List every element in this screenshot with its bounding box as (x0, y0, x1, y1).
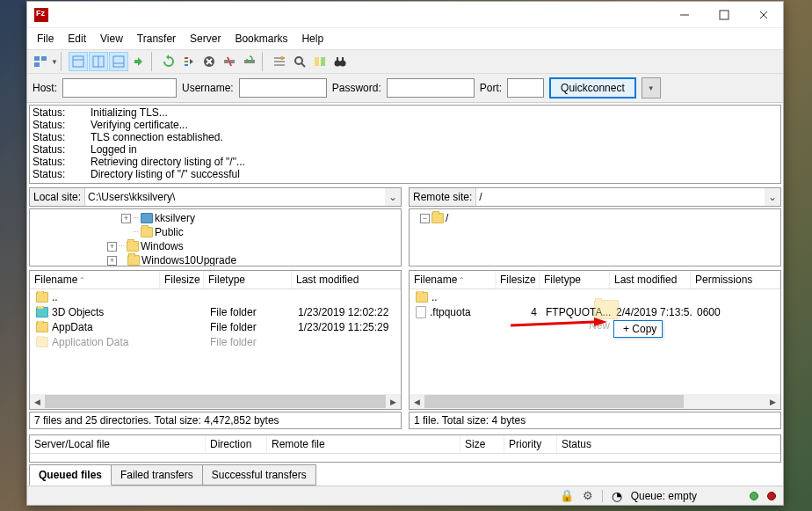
cancel-icon[interactable] (199, 52, 219, 71)
tree-node[interactable]: +⋯kksilvery (30, 211, 401, 225)
queue-tabs: Queued files Failed transfers Successful… (29, 464, 781, 485)
password-input[interactable] (387, 78, 475, 98)
filter-icon[interactable] (270, 52, 289, 71)
binoculars-icon[interactable] (330, 52, 350, 71)
col-filesize[interactable]: Filesize (160, 271, 204, 288)
gear-icon[interactable]: ⚙ (583, 489, 593, 502)
horizontal-scrollbar[interactable]: ◀ ▶ (30, 394, 401, 409)
menu-edit[interactable]: Edit (62, 30, 92, 47)
svg-rect-4 (34, 56, 40, 61)
list-item[interactable]: AppDataFile folder1/23/2019 11:25:29 (30, 319, 401, 334)
remote-tree[interactable]: −/ (409, 208, 781, 266)
toolbar: ▼ (27, 49, 783, 74)
scroll-left-icon[interactable]: ◀ (410, 394, 424, 409)
toggle-queue-icon[interactable] (109, 52, 128, 71)
collapse-icon[interactable]: − (420, 214, 430, 223)
tree-node[interactable]: −/ (410, 211, 780, 225)
app-window: File Edit View Transfer Server Bookmarks… (26, 1, 784, 506)
reconnect-icon[interactable] (240, 52, 259, 71)
col-filesize[interactable]: Filesize (496, 271, 540, 288)
tab-failed[interactable]: Failed transfers (111, 464, 203, 485)
col-direction[interactable]: Direction (206, 435, 267, 453)
host-input[interactable] (62, 78, 177, 98)
list-item[interactable]: Application DataFile folder (30, 334, 401, 349)
list-item-updir[interactable]: .. (30, 289, 401, 304)
sync-browse-icon[interactable] (129, 52, 149, 71)
svg-rect-6 (41, 56, 47, 61)
svg-rect-30 (321, 57, 325, 66)
tree-node[interactable]: ⋯Public (30, 225, 401, 239)
col-filename[interactable]: Filename⌃ (410, 271, 496, 288)
password-label: Password: (332, 82, 381, 94)
menu-server[interactable]: Server (184, 30, 227, 47)
refresh-icon[interactable] (159, 52, 178, 71)
tab-queued[interactable]: Queued files (29, 464, 112, 485)
svg-rect-5 (34, 62, 40, 67)
expand-icon[interactable]: + (107, 256, 117, 266)
col-server[interactable]: Server/Local file (30, 435, 206, 453)
username-input[interactable] (239, 78, 327, 98)
col-modified[interactable]: Last modified (292, 271, 401, 288)
col-filetype[interactable]: Filetype (540, 271, 610, 288)
svg-point-26 (280, 56, 284, 60)
expand-icon[interactable]: + (121, 214, 131, 223)
quickconnect-button[interactable]: Quickconnect (549, 77, 636, 99)
list-item-updir[interactable]: .. (410, 289, 780, 304)
user-folder-icon (141, 213, 153, 223)
svg-rect-11 (113, 56, 124, 67)
col-filename[interactable]: Filename⌃ (30, 271, 160, 288)
site-manager-icon[interactable] (31, 52, 50, 71)
process-queue-icon[interactable] (179, 52, 199, 71)
col-remote[interactable]: Remote file (267, 435, 460, 453)
menu-bookmarks[interactable]: Bookmarks (228, 30, 294, 47)
lock-icon[interactable]: 🔒 (560, 489, 574, 502)
menu-view[interactable]: View (94, 30, 129, 47)
remote-file-list[interactable]: Filename⌃ Filesize Filetype Last modifie… (409, 270, 781, 410)
horizontal-scrollbar[interactable]: ◀ ▶ (410, 394, 780, 409)
local-path-dropdown-icon[interactable]: ⌄ (385, 191, 401, 203)
activity-led-green (750, 492, 758, 500)
col-status[interactable]: Status (557, 435, 780, 453)
local-file-list[interactable]: Filename⌃ Filesize Filetype Last modifie… (29, 270, 402, 410)
col-size[interactable]: Size (460, 435, 504, 453)
port-input[interactable] (507, 78, 544, 98)
expand-icon[interactable]: + (107, 242, 117, 252)
transfer-queue[interactable]: Server/Local file Direction Remote file … (29, 434, 781, 463)
local-tree[interactable]: +⋯kksilvery ⋯Public +⋯Windows +Windows10… (29, 208, 402, 266)
tree-node[interactable]: +⋯Windows (30, 239, 401, 253)
svg-rect-19 (224, 60, 228, 63)
menu-file[interactable]: File (31, 30, 60, 47)
col-priority[interactable]: Priority (504, 435, 557, 453)
remote-path-input[interactable] (475, 188, 765, 206)
toggle-tree-icon[interactable] (89, 52, 108, 71)
toggle-log-icon[interactable] (69, 52, 88, 71)
scroll-right-icon[interactable]: ▶ (386, 394, 401, 409)
menu-help[interactable]: Help (295, 30, 330, 47)
list-item[interactable]: 3D ObjectsFile folder1/23/2019 12:02:22 (30, 304, 401, 319)
message-log[interactable]: Status:Initializing TLS... Status:Verify… (29, 105, 781, 184)
col-modified[interactable]: Last modified (610, 271, 691, 288)
remote-path-dropdown-icon[interactable]: ⌄ (765, 191, 780, 203)
quickconnect-history-dropdown[interactable]: ▼ (642, 77, 661, 99)
minimize-button[interactable] (664, 2, 704, 28)
list-item[interactable]: .ftpquota4FTPQUOTA...2/4/2019 7:13:5...0… (410, 304, 780, 319)
tree-node[interactable]: +Windows10Upgrade (30, 253, 401, 266)
folder-icon (36, 337, 48, 347)
folder-icon (431, 213, 444, 223)
compare-icon[interactable] (310, 52, 330, 71)
local-path-input[interactable] (84, 188, 385, 206)
queue-status-text: Queue: empty (631, 490, 697, 502)
scroll-right-icon[interactable]: ▶ (765, 394, 780, 409)
tab-successful[interactable]: Successful transfers (202, 464, 316, 485)
disconnect-icon[interactable] (220, 52, 239, 71)
sort-asc-icon: ⌃ (79, 276, 85, 284)
col-permissions[interactable]: Permissions (691, 271, 780, 288)
col-filetype[interactable]: Filetype (204, 271, 292, 288)
menu-transfer[interactable]: Transfer (131, 30, 182, 47)
folder-icon (127, 241, 139, 252)
close-button[interactable] (743, 2, 783, 28)
maximize-button[interactable] (704, 2, 743, 28)
search-icon[interactable] (290, 52, 309, 71)
scroll-left-icon[interactable]: ◀ (30, 394, 45, 409)
svg-rect-29 (315, 57, 319, 66)
